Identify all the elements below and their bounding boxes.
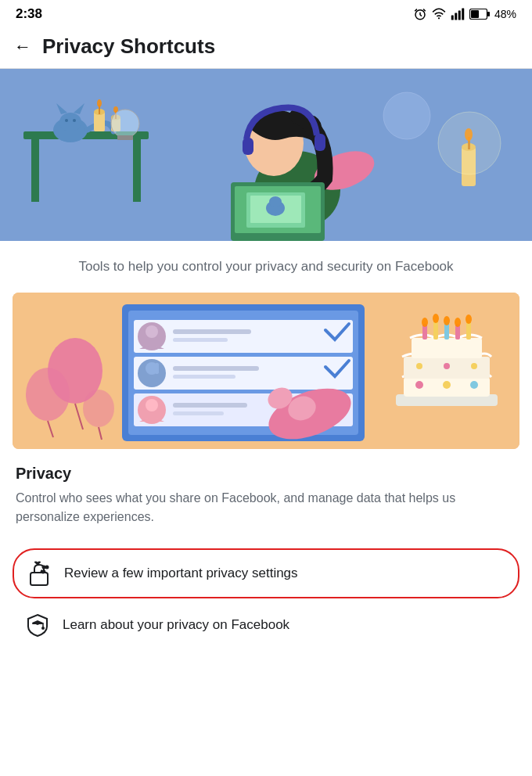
- lock-heart-icon: [27, 561, 52, 586]
- svg-point-92: [444, 363, 450, 369]
- battery-icon: [469, 9, 490, 20]
- svg-rect-11: [31, 139, 39, 202]
- svg-point-87: [466, 314, 472, 324]
- svg-rect-70: [173, 411, 224, 415]
- alarm-icon: [413, 7, 427, 21]
- svg-point-84: [433, 314, 439, 323]
- svg-point-68: [146, 399, 158, 411]
- svg-point-22: [97, 99, 102, 107]
- battery-percent: 48%: [494, 8, 516, 20]
- svg-rect-60: [134, 357, 353, 390]
- header: ← Privacy Shortcuts: [0, 27, 532, 69]
- svg-point-49: [26, 368, 70, 421]
- svg-point-90: [470, 381, 478, 389]
- svg-rect-33: [315, 134, 325, 151]
- status-icons: 48%: [413, 7, 516, 21]
- svg-rect-77: [412, 338, 482, 358]
- svg-point-86: [455, 318, 461, 327]
- svg-rect-2: [451, 16, 454, 20]
- privacy-section: Privacy Control who sees what you share …: [0, 449, 532, 539]
- svg-rect-4: [458, 11, 461, 20]
- learn-privacy-button[interactable]: Learn about your privacy on Facebook: [13, 602, 519, 648]
- svg-point-100: [41, 627, 45, 630]
- privacy-description: Control who sees what you share on Faceb…: [16, 489, 516, 526]
- svg-rect-69: [173, 403, 247, 408]
- svg-point-45: [383, 92, 430, 139]
- svg-point-83: [422, 318, 428, 327]
- svg-rect-64: [173, 366, 259, 371]
- review-privacy-settings-button[interactable]: Review a few important privacy settings: [13, 548, 519, 598]
- signal-icon: [451, 7, 465, 21]
- learn-privacy-label: Learn about your privacy on Facebook: [63, 617, 289, 633]
- review-settings-label: Review a few important privacy settings: [64, 566, 298, 581]
- svg-point-39: [269, 196, 282, 207]
- svg-rect-3: [455, 13, 457, 20]
- svg-rect-65: [173, 375, 235, 379]
- action-items: Review a few important privacy settings …: [0, 539, 532, 661]
- svg-point-91: [416, 363, 422, 369]
- svg-rect-28: [117, 135, 133, 140]
- svg-rect-8: [471, 10, 479, 18]
- svg-point-1: [438, 17, 440, 19]
- svg-point-17: [65, 119, 68, 122]
- svg-point-85: [444, 316, 450, 325]
- svg-point-96: [45, 565, 49, 569]
- status-time: 2:38: [16, 6, 42, 22]
- svg-point-89: [443, 381, 451, 389]
- privacy-title: Privacy: [16, 465, 516, 483]
- graduation-shield-icon: [25, 613, 50, 638]
- svg-rect-55: [134, 320, 353, 353]
- svg-rect-7: [487, 12, 490, 16]
- svg-point-57: [146, 325, 158, 338]
- hero-subtitle: Tools to help you control your privacy a…: [0, 241, 532, 293]
- status-bar: 2:38 48%: [0, 0, 532, 27]
- svg-point-88: [415, 381, 423, 389]
- svg-rect-5: [462, 9, 464, 20]
- svg-rect-12: [133, 139, 141, 202]
- svg-rect-59: [173, 338, 228, 342]
- svg-point-14: [59, 113, 81, 131]
- svg-marker-98: [32, 620, 43, 625]
- svg-point-51: [83, 390, 114, 427]
- page-title: Privacy Shortcuts: [42, 34, 215, 59]
- back-button[interactable]: ←: [14, 37, 31, 57]
- svg-rect-32: [243, 138, 253, 155]
- svg-point-18: [73, 119, 76, 122]
- svg-point-44: [438, 112, 501, 174]
- svg-rect-58: [173, 329, 251, 334]
- svg-point-93: [471, 363, 477, 369]
- svg-rect-94: [31, 573, 48, 585]
- hero-illustration: [0, 69, 532, 241]
- svg-point-27: [111, 110, 139, 138]
- privacy-illustration: [13, 293, 519, 449]
- svg-rect-63: [155, 363, 159, 374]
- wifi-icon: [432, 7, 446, 21]
